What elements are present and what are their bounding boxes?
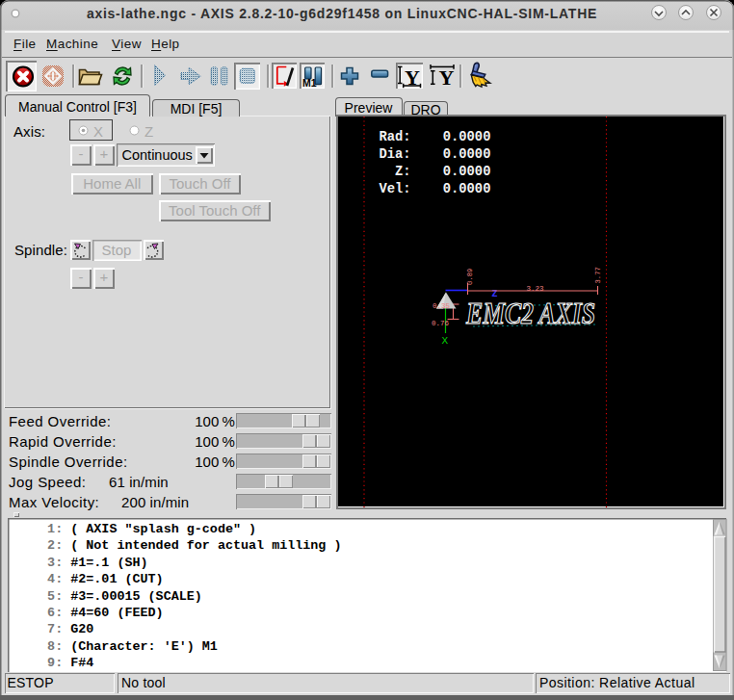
svg-text:0.89: 0.89	[465, 269, 473, 285]
svg-text:0.35: 0.35	[433, 302, 451, 310]
svg-text:0.76: 0.76	[432, 320, 450, 327]
svg-text:Y: Y	[438, 65, 454, 90]
svg-text:X: X	[441, 335, 448, 347]
svg-text:M1: M1	[302, 77, 317, 89]
svg-text:EMC2 AXIS: EMC2 AXIS	[465, 296, 595, 330]
svg-text:Y: Y	[405, 65, 420, 90]
svg-text:3.77: 3.77	[594, 267, 602, 283]
svg-text:3.23: 3.23	[526, 285, 544, 293]
